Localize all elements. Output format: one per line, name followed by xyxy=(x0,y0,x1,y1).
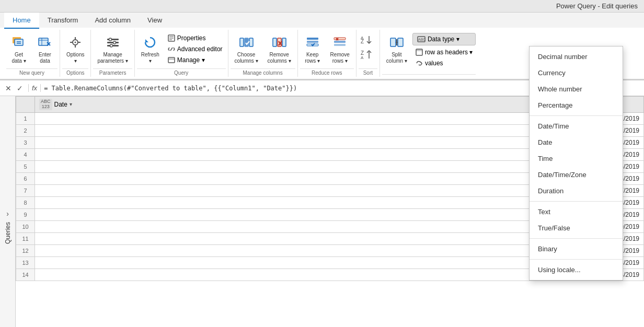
row-number: 13 xyxy=(16,256,35,268)
tab-transform[interactable]: Transform xyxy=(39,13,87,29)
row-number: 7 xyxy=(16,184,35,196)
row-number: 1 xyxy=(16,112,35,124)
svg-text:A: A xyxy=(361,55,364,60)
svg-rect-50 xyxy=(398,38,403,46)
data-type-dropdown: Decimal numberCurrencyWhole numberPercen… xyxy=(529,46,623,281)
row-number: 3 xyxy=(16,136,35,148)
svg-text:ABC: ABC xyxy=(418,38,426,41)
row-number: 12 xyxy=(16,244,35,256)
enter-data-button[interactable]: Enterdata xyxy=(32,32,58,66)
row-number: 4 xyxy=(16,148,35,160)
ribbon-group-parameters: Manageparameters ▾ Parameters xyxy=(91,30,134,77)
formula-confirm-button[interactable]: ✓ xyxy=(15,83,25,94)
properties-button[interactable]: Properties xyxy=(165,33,226,43)
svg-rect-1 xyxy=(15,39,23,45)
dropdown-separator xyxy=(530,238,623,239)
dropdown-item-datetime[interactable]: Date/Time xyxy=(530,118,623,134)
ribbon-group-sort: A Z Z A Sort xyxy=(356,30,380,77)
dropdown-separator xyxy=(530,115,623,116)
choose-columns-button[interactable]: Choosecolumns ▾ xyxy=(231,32,262,66)
keep-rows-button[interactable]: Keeprows ▾ xyxy=(300,32,325,66)
svg-rect-32 xyxy=(282,38,286,46)
svg-rect-40 xyxy=(334,44,346,46)
dropdown-item-decimal-number[interactable]: Decimal number xyxy=(530,49,623,65)
svg-rect-25 xyxy=(168,57,175,63)
row-number: 6 xyxy=(16,172,35,184)
svg-rect-38 xyxy=(334,38,346,40)
queries-collapse-button[interactable]: › xyxy=(4,207,11,220)
svg-rect-56 xyxy=(416,49,422,51)
sort-ascending-button[interactable]: A Z xyxy=(359,32,377,46)
get-data-button[interactable]: Getdata ▾ xyxy=(6,32,31,66)
dropdown-separator xyxy=(530,259,623,260)
ribbon-group-options: Options▾ Options xyxy=(60,30,91,77)
remove-rows-button[interactable]: Removerows ▾ xyxy=(326,32,354,66)
manage-button[interactable]: Manage ▾ xyxy=(165,55,226,65)
ribbon-group-manage-columns: Choosecolumns ▾ Removecolumns ▾ xyxy=(228,30,298,77)
svg-point-18 xyxy=(110,44,112,47)
svg-rect-28 xyxy=(245,38,248,46)
svg-rect-36 xyxy=(307,41,318,43)
svg-text:Z: Z xyxy=(361,39,364,44)
split-column-button[interactable]: Splitcolumn ▾ xyxy=(382,32,411,66)
dropdown-item-percentage[interactable]: Percentage xyxy=(530,97,623,113)
dropdown-item-truefalse[interactable]: True/False xyxy=(530,220,623,236)
row-number: 10 xyxy=(16,220,35,232)
dropdown-item-duration[interactable]: Duration xyxy=(530,183,623,199)
ribbon-group-query: Refresh▾ Properties Advanced editor Mana… xyxy=(135,30,228,77)
dropdown-item-binary[interactable]: Binary xyxy=(530,241,623,257)
dropdown-item-whole-number[interactable]: Whole number xyxy=(530,81,623,97)
sort-descending-button[interactable]: Z A xyxy=(359,48,377,62)
dropdown-item-datetimezone[interactable]: Date/Time/Zone xyxy=(530,167,623,183)
tab-bar: Home Transform Add column View xyxy=(0,13,644,28)
dropdown-item-date[interactable]: Date xyxy=(530,134,623,150)
row-number: 8 xyxy=(16,196,35,208)
dropdown-separator xyxy=(530,201,623,202)
svg-rect-30 xyxy=(273,38,277,46)
row-number: 2 xyxy=(16,124,35,136)
title-bar: Power Query - Edit queries xyxy=(0,0,644,13)
svg-rect-27 xyxy=(240,38,244,46)
svg-rect-29 xyxy=(249,38,253,46)
svg-rect-35 xyxy=(307,38,318,40)
queries-panel: › Queries xyxy=(0,96,16,327)
row-number: 9 xyxy=(16,208,35,220)
dropdown-item-text[interactable]: Text xyxy=(530,204,623,220)
dropdown-item-time[interactable]: Time xyxy=(530,150,623,167)
ribbon-group-new-query: Getdata ▾ Enterdata New query xyxy=(4,30,60,77)
refresh-button[interactable]: Refresh▾ xyxy=(137,32,164,66)
svg-rect-39 xyxy=(334,41,346,43)
row-number: 5 xyxy=(16,160,35,172)
formula-cancel-button[interactable]: ✕ xyxy=(3,83,14,94)
remove-columns-button[interactable]: Removecolumns ▾ xyxy=(263,32,295,66)
svg-rect-49 xyxy=(390,38,396,46)
svg-point-17 xyxy=(113,41,116,44)
dropdown-item-currency[interactable]: Currency xyxy=(530,65,623,81)
dropdown-item-using-locale[interactable]: Using locale... xyxy=(530,262,623,278)
app-title: Power Query - Edit queries xyxy=(556,2,638,10)
row-number: 11 xyxy=(16,232,35,244)
row-number: 14 xyxy=(16,268,35,281)
svg-point-8 xyxy=(75,42,76,43)
replace-values-button[interactable]: values xyxy=(412,58,476,68)
advanced-editor-button[interactable]: Advanced editor xyxy=(165,44,226,54)
use-first-row-button[interactable]: row as headers ▾ xyxy=(412,47,476,57)
svg-point-16 xyxy=(109,38,111,41)
formula-expression: = Table.RenameColumns(#"Converted to tab… xyxy=(44,85,297,92)
tab-add-column[interactable]: Add column xyxy=(86,13,139,29)
tab-home[interactable]: Home xyxy=(4,13,39,29)
row-number-header xyxy=(16,97,35,113)
formula-fx-label: fx xyxy=(28,84,41,92)
data-type-button[interactable]: ABC Data type ▾ xyxy=(412,33,476,45)
ribbon-group-reduce-rows: Keeprows ▾ Removerows ▾ Red xyxy=(298,30,356,77)
tab-view[interactable]: View xyxy=(139,13,170,29)
queries-panel-label: Queries xyxy=(4,222,12,244)
svg-marker-19 xyxy=(145,39,148,42)
svg-line-24 xyxy=(170,48,172,51)
svg-rect-4 xyxy=(39,38,48,45)
manage-parameters-button[interactable]: Manageparameters ▾ xyxy=(93,32,132,66)
options-button[interactable]: Options▾ xyxy=(62,32,88,66)
ribbon-group-transform: Splitcolumn ▾ ABC Data type ▾ row as hea… xyxy=(380,30,478,77)
